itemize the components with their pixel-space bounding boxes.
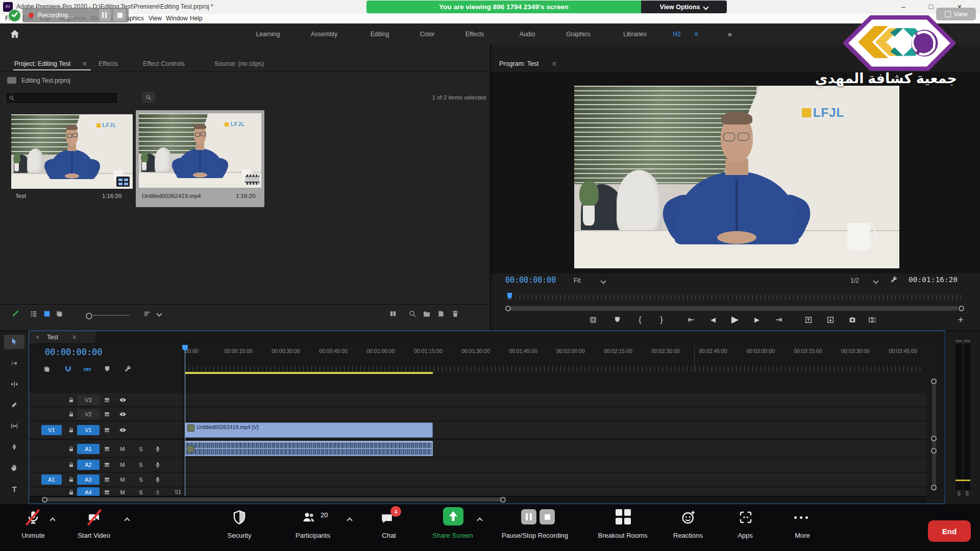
mark-in-button[interactable] [639,312,641,328]
zoom-slider-handle[interactable] [86,313,92,319]
workspace-tab-color[interactable]: Color [420,23,435,45]
solo-button[interactable]: S [137,477,144,483]
track-name-v2[interactable]: V2 [77,409,100,419]
track-name-a1[interactable]: A1 [77,444,100,454]
mute-button[interactable]: M [119,462,126,468]
tab-effect-controls[interactable]: Effect Controls [143,57,185,70]
timeline-ruler[interactable] [185,366,924,371]
safe-margins-button[interactable] [589,316,597,324]
track-name-a2[interactable]: A2 [77,460,100,470]
step-back-button[interactable] [710,312,716,328]
pen-tool[interactable] [0,438,29,456]
extract-button[interactable] [826,316,835,324]
mark-out-button[interactable] [660,312,663,328]
menu-view[interactable]: View [149,14,162,23]
lock-icon[interactable] [68,462,75,468]
h-scrollbar-thumb[interactable] [45,497,503,502]
share-screen-icon[interactable] [443,507,463,525]
lock-icon[interactable] [68,427,75,434]
ripple-edit-tool[interactable] [0,375,29,393]
hand-tool[interactable] [0,459,29,477]
solo-button[interactable]: S [137,446,144,452]
program-settings-wrench-icon[interactable] [890,276,898,284]
participants-icon[interactable] [301,510,316,524]
more-button[interactable]: More [795,532,810,539]
menu-window[interactable]: Window [166,14,188,23]
eye-icon[interactable] [119,410,127,418]
icon-view-icon[interactable] [43,310,51,318]
lift-button[interactable] [804,316,813,324]
nest-insert-icon[interactable] [43,365,51,373]
new-item-icon[interactable] [437,310,445,318]
selection-tool[interactable] [0,333,29,350]
zoom-slider-track[interactable] [93,315,130,316]
apps-icon[interactable] [738,510,753,525]
button-editor-button[interactable] [958,312,963,328]
timeline-marker-icon[interactable] [104,365,111,372]
playhead-line[interactable] [185,352,185,496]
sync-lock-icon[interactable] [104,427,110,434]
playback-resolution-select[interactable]: 1/2 [850,277,859,284]
workspace-tab-learning[interactable]: Learning [256,23,280,45]
track-name-v3[interactable]: V3 [77,395,100,405]
more-icon[interactable] [794,516,808,519]
list-view-icon[interactable] [30,310,38,318]
track-name-a3[interactable]: A3 [77,474,100,485]
shield-icon[interactable] [232,509,247,525]
stop-recording-button[interactable] [540,509,555,524]
menu-help[interactable]: Help [190,14,203,23]
workspace-tab-libraries[interactable]: Libraries [623,23,647,45]
workspace-tab-graphics[interactable]: Graphics [566,23,591,45]
lock-icon[interactable] [68,477,75,483]
sync-lock-icon[interactable] [104,396,110,403]
razor-tool[interactable] [0,396,29,414]
timeline-menu-icon[interactable] [72,331,76,343]
bin-item-name[interactable]: Test [15,193,26,199]
solo-right-button[interactable]: S [964,491,970,496]
source-patch-v1[interactable]: V1 [41,425,62,435]
apps-button[interactable]: Apps [738,532,753,539]
voiceover-mic-icon[interactable] [155,489,161,495]
step-forward-button[interactable] [754,312,760,328]
solo-left-button[interactable]: S [955,491,962,496]
timeline-video-clip[interactable]: Untitled00362419.mp4 [V] [185,422,433,438]
workspace-tab-effects[interactable]: Effects [465,23,484,45]
track-select-forward-tool[interactable] [0,355,29,372]
export-frame-button[interactable] [848,316,856,324]
type-tool[interactable] [0,480,29,497]
source-patch-a1[interactable]: A1 [41,474,62,485]
home-icon[interactable] [9,29,20,40]
workspace-tab-active[interactable]: H2 [673,23,680,45]
chat-button[interactable]: Chat [382,532,396,539]
voiceover-mic-icon[interactable] [155,462,161,468]
find-icon[interactable] [408,310,416,318]
go-to-out-button[interactable] [775,312,782,328]
comparison-view-button[interactable] [868,316,876,324]
linked-selection-icon[interactable] [83,365,91,373]
timeline-timecode[interactable]: 00:00:00:00 [45,347,103,357]
reactions-icon[interactable] [681,510,696,525]
volume-band[interactable] [185,442,433,442]
delete-icon[interactable] [451,310,459,318]
workspace-tab-assembly[interactable]: Assembly [311,23,337,45]
zoom-level-select[interactable]: Fit [574,277,580,284]
pause-recording-icon-button[interactable] [99,9,111,21]
scrollbar-handle[interactable] [42,497,47,503]
new-bin-icon[interactable] [423,310,431,318]
timeline-tab-close-icon[interactable]: × [36,331,39,343]
reactions-button[interactable]: Reactions [673,532,703,539]
workspace-tab-audio[interactable]: Audio [520,23,535,45]
scrollbar-handle[interactable] [931,436,937,441]
bin-item-clip-thumbnail[interactable]: LFJL [139,113,261,188]
tab-program[interactable]: Program: Test [499,57,539,70]
program-panel-menu-icon[interactable] [552,57,556,70]
scrollbar-handle[interactable] [931,485,937,490]
go-to-in-button[interactable] [688,312,694,328]
end-meeting-button[interactable]: End [928,520,971,542]
minimize-button[interactable] [894,0,913,14]
solo-button[interactable]: S [137,462,144,468]
v-scrollbar-track[interactable] [932,380,936,491]
pause-stop-recording-button[interactable]: Pause/Stop Recording [502,532,568,539]
project-writable-icon[interactable] [11,309,20,318]
freeform-view-icon[interactable] [55,310,63,318]
